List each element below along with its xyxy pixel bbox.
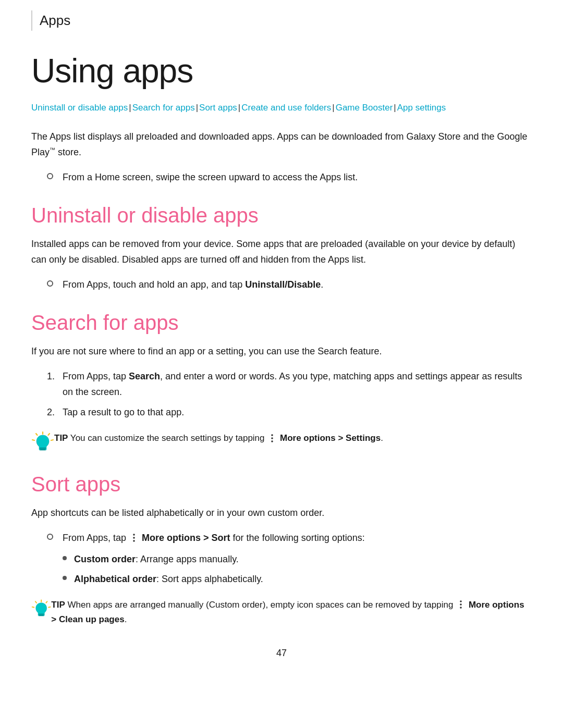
step-num-2: 2. xyxy=(47,405,63,421)
step-num-1: 1. xyxy=(47,369,63,385)
intro-paragraph: The Apps list displays all preloaded and… xyxy=(31,129,532,160)
breadcrumb-label: Apps xyxy=(40,13,70,28)
svg-point-7 xyxy=(271,434,273,436)
svg-point-22 xyxy=(460,607,462,609)
search-step-2: 2. Tap a result to go to that app. xyxy=(47,405,532,421)
bullet-circle-icon-2 xyxy=(47,280,53,287)
sort-bold: More options > Sort xyxy=(142,533,230,543)
svg-line-2 xyxy=(51,440,53,440)
sort-sub-bullets: Custom order: Arrange apps manually. Alp… xyxy=(63,552,532,587)
section-heading-uninstall: Uninstall or disable apps xyxy=(31,204,532,227)
svg-line-15 xyxy=(48,607,50,607)
page-number: 47 xyxy=(31,648,532,659)
sort-tip-bold: More options > Clean up pages xyxy=(51,600,524,624)
tip-lightbulb-icon-2 xyxy=(31,598,51,621)
search-tip-bold: More options > Settings xyxy=(280,433,381,443)
svg-line-14 xyxy=(46,601,47,603)
svg-point-10 xyxy=(133,534,135,536)
sort-custom-order: Custom order: Arrange apps manually. xyxy=(63,552,532,567)
sort-tip-text: TIP When apps are arranged manually (Cus… xyxy=(51,598,532,627)
tip-label-1: TIP xyxy=(54,433,68,443)
toc-link-sort[interactable]: Sort apps xyxy=(199,103,237,113)
more-options-icon-1 xyxy=(267,434,277,443)
svg-point-8 xyxy=(271,437,273,439)
bullet-circle-icon-3 xyxy=(47,534,53,540)
sort-bullet-text: From Apps, tap More options > Sort for t… xyxy=(63,530,365,546)
uninstall-bullet: From Apps, touch and hold an app, and ta… xyxy=(47,277,532,293)
toc-links: Uninstall or disable apps|Search for app… xyxy=(31,101,532,115)
uninstall-bold: Uninstall/Disable xyxy=(245,279,321,290)
more-options-icon-3 xyxy=(456,600,466,609)
search-body: If you are not sure where to find an app… xyxy=(31,344,532,360)
toc-link-uninstall[interactable]: Uninstall or disable apps xyxy=(31,103,128,113)
sort-body: App shortcuts can be listed alphabetical… xyxy=(31,505,532,521)
section-heading-sort: Sort apps xyxy=(31,473,532,496)
toc-link-folders[interactable]: Create and use folders xyxy=(241,103,331,113)
svg-line-1 xyxy=(48,434,50,435)
search-bold: Search xyxy=(129,371,160,381)
toc-link-appsettings[interactable]: App settings xyxy=(397,103,446,113)
svg-point-21 xyxy=(460,604,462,606)
breadcrumb: Apps xyxy=(31,10,532,31)
page-title: Using apps xyxy=(31,52,532,90)
more-options-icon-2 xyxy=(129,533,139,542)
svg-point-20 xyxy=(460,601,462,603)
section-heading-search: Search for apps xyxy=(31,311,532,335)
svg-point-11 xyxy=(133,537,135,539)
svg-line-3 xyxy=(36,434,38,435)
search-numbered-list: 1. From Apps, tap Search, and enter a wo… xyxy=(47,369,532,421)
search-step-2-text: Tap a result to go to that app. xyxy=(63,405,184,421)
search-step-1-text: From Apps, tap Search, and enter a word … xyxy=(63,369,532,400)
search-tip-text: TIP You can customize the search setting… xyxy=(54,431,383,446)
tip-lightbulb-icon xyxy=(31,431,54,454)
toc-link-search[interactable]: Search for apps xyxy=(132,103,195,113)
search-step-1: 1. From Apps, tap Search, and enter a wo… xyxy=(47,369,532,400)
sort-alpha-order: Alphabetical order: Sort apps alphabetic… xyxy=(63,572,532,587)
sort-tip: TIP When apps are arranged manually (Cus… xyxy=(31,598,532,627)
sub-bullet-dot-2 xyxy=(63,576,67,580)
intro-bullet: From a Home screen, swipe the screen upw… xyxy=(47,170,532,186)
uninstall-bullet-text: From Apps, touch and hold an app, and ta… xyxy=(63,277,323,293)
search-tip: TIP You can customize the search setting… xyxy=(31,431,532,454)
toc-link-gamebooster[interactable]: Game Booster xyxy=(336,103,393,113)
uninstall-body: Installed apps can be removed from your … xyxy=(31,237,532,267)
intro-bullet-text: From a Home screen, swipe the screen upw… xyxy=(63,170,358,186)
svg-point-12 xyxy=(133,540,135,542)
sort-custom-text: Custom order: Arrange apps manually. xyxy=(74,552,239,567)
svg-line-16 xyxy=(35,601,36,603)
svg-line-4 xyxy=(32,440,34,440)
page-container: Apps Using apps Uninstall or disable app… xyxy=(0,0,563,690)
sub-bullet-dot-1 xyxy=(63,556,67,560)
sort-alpha-text: Alphabetical order: Sort apps alphabetic… xyxy=(74,572,263,587)
svg-line-17 xyxy=(32,607,34,607)
svg-point-9 xyxy=(271,440,273,442)
sort-bullet: From Apps, tap More options > Sort for t… xyxy=(47,530,532,546)
bullet-circle-icon xyxy=(47,173,53,179)
tip-label-2: TIP xyxy=(51,600,65,610)
